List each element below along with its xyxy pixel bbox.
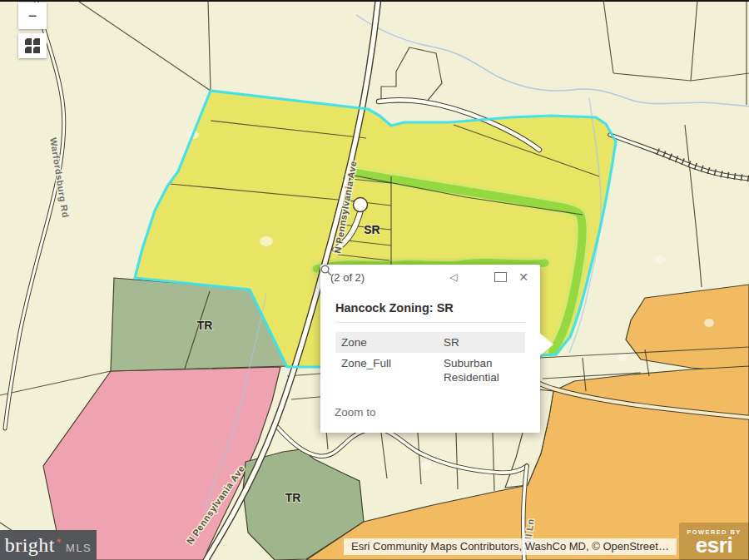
map-attribution: Esri Community Maps Contributors, WashCo… [344, 538, 677, 555]
minus-icon: − [28, 7, 37, 25]
attribute-table: Zone SR Zone_Full Suburban Residential [335, 332, 525, 388]
zoom-to-label: Zoom to [335, 406, 376, 419]
bright-wordmark: bright✶ [5, 534, 62, 557]
top-border [0, 0, 749, 2]
popup-tail [539, 333, 553, 356]
map-controls: − [18, 2, 47, 58]
popup-header: (2 of 2) ◁ ✕ [320, 265, 540, 290]
field-value: Suburban Residential [438, 353, 525, 388]
zone-label-tr-west: TR [197, 319, 213, 332]
maximize-icon[interactable] [492, 265, 508, 290]
popup-divider [335, 322, 525, 323]
mls-wordmark: MLS [66, 537, 92, 554]
magnifier-icon [320, 265, 332, 276]
esri-logo: POWERED BY esri [679, 523, 749, 560]
field-name: Zone_Full [335, 353, 438, 388]
zone-label-tr-south: TR [285, 491, 301, 504]
zoom-to-button[interactable]: Zoom to [335, 406, 540, 419]
cul-de-sac-circle [354, 198, 368, 212]
powered-by-label: POWERED BY [687, 528, 741, 536]
star-icon: ✶ [56, 537, 62, 545]
close-icon[interactable]: ✕ [515, 265, 532, 290]
popup-pager: (2 of 2) [330, 271, 365, 284]
popup-title: Hancock Zoning: SR [335, 301, 525, 315]
table-row: Zone_Full Suburban Residential [335, 353, 525, 388]
grid-icon [25, 38, 40, 53]
field-value: SR [438, 332, 525, 353]
brightmls-logo: bright✶ MLS [0, 530, 97, 560]
field-name: Zone [335, 332, 438, 353]
map-viewer: SR TR TR N Pennsylvania Ave N Pennsylvan… [0, 0, 749, 560]
zone-label-sr: SR [364, 223, 379, 236]
feature-popup: (2 of 2) ◁ ✕ Hancock Zoning: SR Zone SR … [320, 265, 540, 433]
table-row: Zone SR [335, 332, 525, 353]
esri-wordmark: esri [696, 536, 732, 554]
previous-feature-icon[interactable]: ◁ [445, 265, 462, 290]
basemap-grid-button[interactable] [18, 33, 47, 58]
zoom-out-button[interactable]: − [18, 2, 47, 29]
